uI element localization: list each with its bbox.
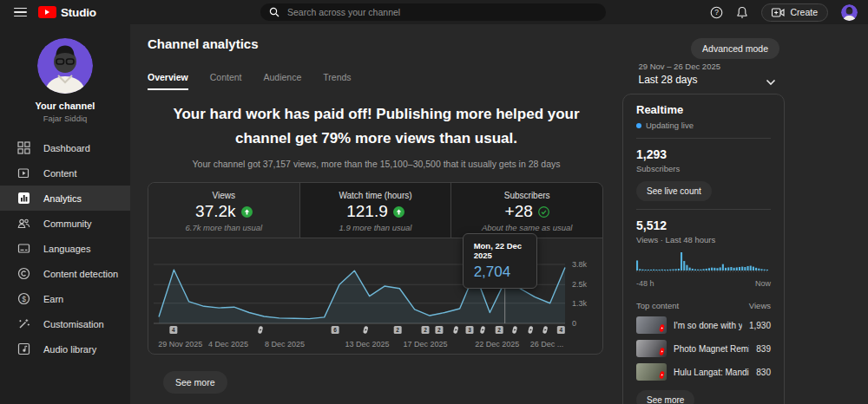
sidebar-item-languages[interactable]: Languages: [0, 236, 130, 261]
svg-text:2: 2: [437, 327, 441, 333]
tab-overview[interactable]: Overview: [148, 72, 188, 90]
metric-tab-subscribers[interactable]: Subscribers +28 About the same as usual: [451, 183, 602, 238]
realtime-bar-chart[interactable]: [636, 251, 769, 274]
analytics-icon: [17, 192, 30, 205]
tab-content[interactable]: Content: [210, 72, 242, 90]
realtime-title: Realtime: [636, 103, 771, 116]
video-views: 1,930: [749, 321, 771, 330]
realtime-bar: [766, 270, 768, 270]
languages-icon: [17, 242, 30, 255]
date-range-picker[interactable]: 29 Nov – 26 Dec 2025 Last 28 days: [638, 62, 720, 86]
sidebar-item-community[interactable]: Community: [0, 211, 130, 236]
sidebar-item-earn[interactable]: $ Earn: [0, 286, 130, 311]
realtime-bar: [659, 270, 661, 270]
realtime-bar: [711, 268, 713, 270]
video-title: I'm so done with year 202…: [674, 321, 742, 330]
realtime-bar: [653, 270, 654, 270]
youtube-studio-logo[interactable]: Studio: [38, 6, 96, 19]
live-dot-icon: [636, 123, 641, 128]
create-button[interactable]: Create: [761, 3, 828, 22]
x-axis-label: 8 Dec 2025: [265, 340, 305, 349]
help-icon[interactable]: ?: [710, 6, 723, 19]
realtime-bar: [655, 270, 657, 270]
sidebar-item-content[interactable]: Content: [0, 160, 130, 186]
sidebar-item-label: Content detection: [43, 269, 118, 279]
x-axis-label: 17 Dec 2025: [403, 340, 447, 349]
sidebar-item-audio-library[interactable]: Audio library: [0, 336, 130, 362]
menu-icon[interactable]: [14, 8, 27, 17]
x-axis-label: 13 Dec 2025: [345, 340, 390, 349]
y-axis-label: 0: [572, 319, 576, 328]
see-more-button[interactable]: See more: [163, 371, 227, 394]
up-arrow-icon: [241, 206, 253, 218]
realtime-bar: [755, 268, 757, 270]
brand-name: Studio: [61, 6, 96, 19]
realtime-see-more-button[interactable]: See more: [636, 390, 694, 404]
top-content-row[interactable]: I'm so done with year 202… 1,930: [636, 316, 771, 334]
metric-label: Views: [148, 191, 299, 200]
shorts-upload-icon: [542, 326, 549, 334]
svg-text:4: 4: [172, 327, 175, 333]
channel-avatar[interactable]: [37, 38, 93, 94]
search-input[interactable]: [287, 7, 597, 17]
earn-icon: $: [17, 292, 30, 305]
svg-text:4: 4: [560, 327, 563, 333]
realtime-bar: [739, 267, 740, 270]
sidebar-item-customisation[interactable]: Customisation: [0, 311, 130, 336]
realtime-bar: [700, 270, 701, 270]
channel-owner: Fajar Siddiq: [0, 114, 130, 123]
video-thumbnail: [636, 340, 667, 357]
sidebar-item-label: Content: [43, 168, 77, 179]
metric-tab-watch-time[interactable]: Watch time (hours) 121.9 1.9 more than u…: [300, 183, 452, 238]
sidebar-item-content-detection[interactable]: Content detection: [0, 261, 130, 286]
tab-audience[interactable]: Audience: [263, 72, 301, 90]
top-content-row[interactable]: Photo Magnet Reminders f… 839: [636, 340, 771, 357]
tooltip-date: Mon, 22 Dec 2025: [474, 241, 536, 260]
realtime-bar: [713, 268, 715, 270]
realtime-bar: [697, 270, 699, 270]
shorts-upload-icon: [512, 326, 518, 334]
video-upload-badge: 3: [466, 326, 474, 334]
sidebar-item-label: Community: [43, 218, 92, 229]
dashboard-icon: [17, 141, 30, 154]
notifications-bell-icon[interactable]: [736, 6, 748, 19]
realtime-bar: [650, 270, 652, 270]
date-range-text: 29 Nov – 26 Dec 2025: [638, 62, 720, 71]
create-video-icon: [772, 8, 785, 17]
realtime-bar: [661, 270, 663, 270]
search-bar[interactable]: [260, 3, 606, 21]
realtime-bar: [706, 269, 707, 270]
tab-trends[interactable]: Trends: [323, 72, 351, 90]
video-thumbnail: [636, 316, 667, 334]
top-content-row[interactable]: Hulu Langat: Mandi Sungai… 830: [636, 363, 771, 381]
views-line-chart[interactable]: 3.8k2.5k1.3k04622232429 Nov 20254 Dec 20…: [148, 238, 602, 354]
shorts-icon: [659, 348, 665, 355]
sidebar-item-dashboard[interactable]: Dashboard: [0, 135, 130, 160]
x-axis-label: 22 Dec 2025: [475, 340, 519, 349]
sidebar-item-analytics[interactable]: Analytics: [0, 186, 130, 211]
search-icon: [269, 7, 279, 17]
shorts-upload-icon: [363, 326, 369, 334]
sidebar-item-label: Analytics: [43, 193, 82, 204]
realtime-bar: [689, 268, 691, 270]
metric-value: 37.2k: [195, 202, 235, 221]
see-live-count-button[interactable]: See live count: [636, 181, 712, 201]
realtime-bar: [636, 260, 638, 270]
realtime-bar: [645, 270, 647, 270]
metric-tab-views[interactable]: Views 37.2k 6.7k more than usual: [148, 183, 300, 238]
axis-label-start: -48 h: [636, 279, 654, 288]
account-avatar[interactable]: [841, 4, 858, 21]
axis-label-end: Now: [755, 279, 771, 288]
chart-tooltip: Mon, 22 Dec 2025 2,704: [463, 233, 537, 289]
advanced-mode-button[interactable]: Advanced mode: [691, 38, 779, 59]
video-views: 830: [756, 368, 771, 377]
realtime-views-label: Views · Last 48 hours: [636, 235, 771, 244]
sidebar-item-label: Audio library: [43, 344, 96, 355]
sidebar-item-label: Customisation: [43, 319, 104, 329]
realtime-bar: [667, 270, 668, 270]
chevron-down-icon[interactable]: [766, 74, 776, 89]
realtime-bar: [722, 264, 724, 270]
realtime-bar: [727, 267, 729, 270]
realtime-subscribers-label: Subscribers: [636, 164, 771, 173]
youtube-play-icon: [38, 6, 56, 18]
